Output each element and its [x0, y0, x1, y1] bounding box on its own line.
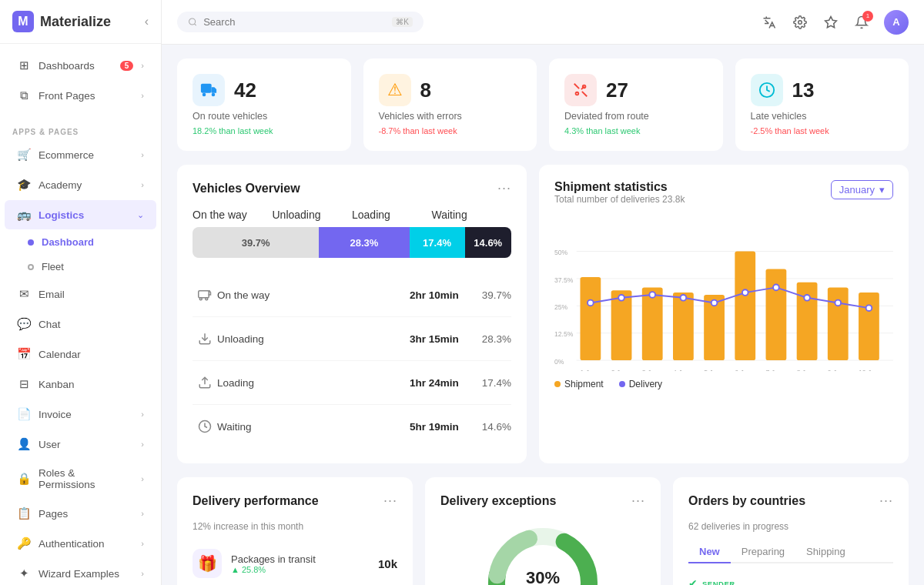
progress-seg-waiting: 14.6%: [465, 227, 511, 258]
sidebar-logo: M Materialize ‹: [0, 0, 161, 44]
header-icons: 1 A: [761, 10, 909, 35]
upload-icon: [192, 370, 217, 395]
svg-text:50%: 50%: [554, 249, 568, 256]
sidebar-item-label: Chat: [38, 319, 144, 330]
sidebar-item-roles[interactable]: 🔒 Roles & Permissions ›: [5, 460, 156, 498]
translate-icon[interactable]: [761, 14, 778, 31]
label-loading: Loading: [352, 209, 432, 221]
vehicles-card-title: Vehicles Overview: [192, 182, 300, 196]
stat-card-late: 13 Late vehicles -2.5% than last week: [735, 58, 909, 151]
row-name-on-way: On the way: [217, 289, 410, 301]
sidebar-item-label: Logistics: [38, 209, 129, 221]
search-bar[interactable]: ⌘K: [177, 12, 424, 32]
svg-point-5: [203, 93, 206, 97]
sidebar-item-user[interactable]: 👤 User ›: [5, 430, 156, 459]
chevron-right-icon: ›: [141, 509, 144, 518]
perf-info-transit: Packages in transit ▲ 25.8%: [231, 553, 369, 574]
pages-icon: ⧉: [17, 89, 31, 102]
label-waiting: Waiting: [432, 209, 512, 221]
sidebar-item-label: Roles & Permissions: [38, 467, 133, 490]
sidebar-item-kanban[interactable]: ⊟ Kanban: [5, 369, 156, 399]
vehicle-row-unloading: Unloading 3hr 15min 28.3%: [192, 316, 511, 360]
chevron-right-icon: ›: [141, 539, 144, 548]
delivery-perf-menu-button[interactable]: ···: [383, 493, 397, 509]
progress-seg-loading: 17.4%: [410, 227, 465, 258]
sidebar-item-label: Front Pages: [38, 90, 133, 102]
chevron-right-icon: ›: [141, 474, 144, 483]
shipment-chart: 0% 12.5% 25% 37.5% 50%: [554, 217, 893, 371]
sidebar-item-chat[interactable]: 💬 Chat: [5, 309, 156, 339]
settings-icon[interactable]: [792, 14, 808, 31]
sidebar-item-label: Pages: [38, 508, 133, 520]
exceptions-header: Delivery exceptions ···: [440, 493, 645, 509]
svg-text:10 Jan: 10 Jan: [859, 369, 879, 371]
svg-rect-26: [580, 277, 601, 360]
auth-icon: 🔑: [17, 537, 31, 550]
delivery-perf-header: Delivery performance ···: [192, 493, 397, 509]
stat-cards-row: 42 On route vehicles 18.2% than last wee…: [177, 58, 909, 151]
avatar[interactable]: A: [884, 10, 909, 35]
roles-icon: 🔒: [17, 472, 31, 486]
sidebar-item-dashboards[interactable]: ⊞ Dashboards 5 ›: [5, 51, 156, 80]
sidebar-item-wizard[interactable]: ✦ Wizard Examples ›: [5, 559, 156, 585]
sidebar-item-label: Academy: [38, 179, 133, 191]
orders-header: Orders by countries ···: [688, 493, 893, 509]
delivery-legend-label: Delivery: [629, 379, 662, 389]
kanban-icon: ⊟: [17, 377, 31, 391]
shipment-header: Shipment statistics Total number of deli…: [554, 180, 893, 214]
vehicles-menu-button[interactable]: ···: [497, 180, 511, 196]
svg-marker-3: [825, 16, 837, 27]
orders-by-countries-card: Orders by countries ··· 62 deliveries in…: [673, 477, 909, 585]
bell-icon[interactable]: 1: [853, 14, 870, 31]
stat-number-on-route: 42: [234, 79, 256, 102]
bottom-row: Delivery performance ··· 12% increase in…: [177, 477, 909, 585]
sidebar-item-calendar[interactable]: 📅 Calendar: [5, 339, 156, 369]
sidebar-item-authentication[interactable]: 🔑 Authentication ›: [5, 529, 156, 558]
delivery-exceptions-card: Delivery exceptions ··· 30% exception: [425, 477, 661, 585]
tab-shipping[interactable]: Shipping: [795, 541, 856, 563]
sidebar-item-invoice[interactable]: 📄 Invoice ›: [5, 399, 156, 429]
order-entry-top: ✔ SENDER: [688, 577, 893, 585]
svg-text:0%: 0%: [554, 358, 564, 366]
sidebar-item-fleet[interactable]: Fleet: [5, 255, 156, 279]
vehicle-row-loading: Loading 1hr 24min 17.4%: [192, 360, 511, 404]
svg-point-7: [576, 92, 579, 95]
invoice-icon: 📄: [17, 407, 31, 421]
tab-preparing[interactable]: Preparing: [731, 541, 795, 563]
chevron-right-icon: ›: [141, 410, 144, 419]
sidebar-item-pages[interactable]: 📋 Pages ›: [5, 499, 156, 528]
sidebar-item-logistics[interactable]: 🚌 Logistics ⌄: [5, 200, 156, 229]
row-time-loading: 1hr 24min: [410, 377, 459, 389]
sidebar-item-email[interactable]: ✉ Email: [5, 279, 156, 309]
stat-icon-clock: [751, 74, 783, 106]
search-input[interactable]: [203, 16, 386, 28]
sidebar-item-dashboard[interactable]: Dashboard: [5, 230, 156, 254]
tab-new[interactable]: New: [688, 541, 731, 563]
delivery-legend-dot: [619, 381, 625, 387]
exceptions-menu-button[interactable]: ···: [631, 493, 645, 509]
svg-point-0: [189, 18, 196, 25]
orders-menu-button[interactable]: ···: [879, 493, 893, 509]
sidebar-item-ecommerce[interactable]: 🛒 Ecommerce ›: [5, 140, 156, 169]
stat-label-on-route: On route vehicles: [192, 111, 336, 122]
sidebar-collapse-button[interactable]: ‹: [145, 15, 149, 28]
chevron-right-icon: ›: [141, 150, 144, 159]
row-pct-on-way: 39.7%: [482, 289, 511, 301]
exceptions-title: Delivery exceptions: [440, 494, 556, 508]
row-name-unloading: Unloading: [217, 333, 410, 345]
stat-card-on-route: 42 On route vehicles 18.2% than last wee…: [177, 58, 351, 151]
row-time-waiting: 5hr 19min: [410, 421, 459, 433]
star-icon[interactable]: [822, 14, 839, 31]
sidebar-item-academy[interactable]: 🎓 Academy ›: [5, 170, 156, 199]
stat-icon-bus: [192, 74, 225, 106]
svg-text:5 Jan: 5 Jan: [704, 369, 720, 371]
month-select[interactable]: January ▾: [831, 180, 893, 199]
inactive-dot: [28, 264, 34, 270]
svg-point-41: [742, 289, 748, 296]
svg-text:25%: 25%: [554, 303, 568, 311]
sidebar-item-front-pages[interactable]: ⧉ Front Pages ›: [5, 81, 156, 110]
svg-point-43: [804, 295, 810, 301]
shipment-legend-dot: [554, 381, 561, 387]
svg-rect-31: [735, 252, 755, 361]
academy-icon: 🎓: [17, 178, 31, 192]
